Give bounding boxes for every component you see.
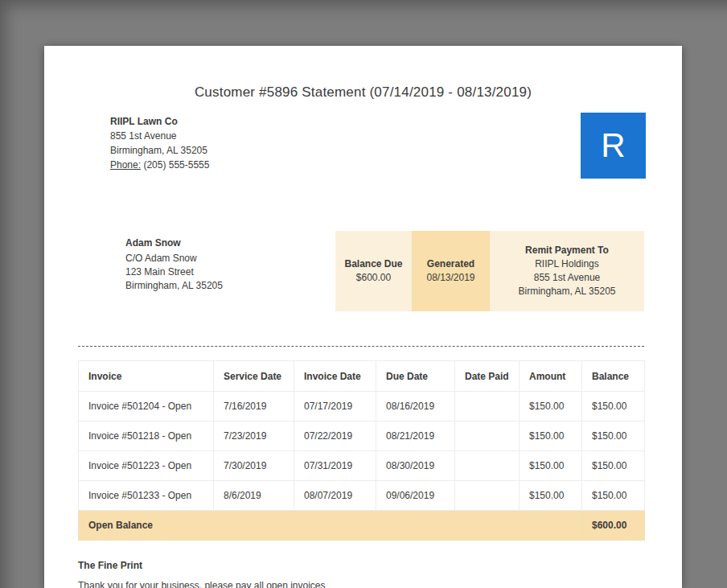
dashed-separator	[78, 346, 644, 347]
summary-boxes: Balance Due $600.00 Generated 08/13/2019…	[335, 231, 644, 311]
phone-label: Phone:	[110, 159, 141, 171]
cell-invoice: Invoice #501218 - Open	[79, 421, 214, 451]
table-row: Invoice #501218 - Open 7/23/2019 07/22/2…	[79, 421, 645, 451]
column-header-invoice-date: Invoice Date	[294, 361, 376, 392]
cell-invoice-date: 08/07/2019	[294, 481, 376, 511]
column-header-amount: Amount	[520, 361, 582, 392]
cell-due-date: 08/21/2019	[376, 421, 455, 451]
cell-service-date: 7/23/2019	[214, 421, 294, 451]
cell-balance: $150.00	[582, 481, 645, 511]
balance-due-label: Balance Due	[344, 257, 402, 271]
fine-print-text: Thank you for your business, please pay …	[78, 580, 326, 588]
remit-address2: Birmingham, AL 35205	[519, 285, 616, 298]
customer-info-block: Adam Snow C/O Adam Snow 123 Main Street …	[125, 236, 223, 293]
cell-date-paid	[455, 421, 520, 451]
company-address-line2: Birmingham, AL 35205	[110, 143, 209, 158]
column-header-due-date: Due Date	[376, 361, 455, 392]
cell-service-date: 7/16/2019	[214, 392, 294, 421]
cell-date-paid	[455, 481, 520, 511]
cell-invoice-date: 07/17/2019	[294, 392, 376, 421]
table-row: Invoice #501223 - Open 7/30/2019 07/31/2…	[79, 451, 645, 481]
customer-name: Adam Snow	[125, 236, 223, 250]
open-balance-value: $600.00	[582, 511, 645, 541]
remit-address1: 855 1st Avenue	[534, 271, 601, 285]
cell-due-date: 08/30/2019	[376, 451, 455, 481]
invoice-table: Invoice Service Date Invoice Date Due Da…	[78, 360, 645, 541]
customer-care-of: C/O Adam Snow	[125, 252, 223, 265]
cell-due-date: 08/16/2019	[376, 392, 455, 421]
cell-invoice: Invoice #501233 - Open	[79, 481, 214, 511]
open-balance-row: Open Balance $600.00	[79, 511, 645, 541]
cell-date-paid	[455, 451, 520, 481]
table-header-row: Invoice Service Date Invoice Date Due Da…	[79, 361, 645, 392]
remit-name: RIIPL Holdings	[535, 257, 599, 271]
cell-amount: $150.00	[520, 451, 582, 481]
cell-service-date: 7/30/2019	[214, 451, 294, 481]
cell-amount: $150.00	[520, 392, 582, 421]
cell-service-date: 8/6/2019	[214, 481, 294, 511]
cell-date-paid	[455, 392, 520, 421]
cell-invoice: Invoice #501223 - Open	[79, 451, 214, 481]
cell-balance: $150.00	[582, 392, 645, 421]
cell-invoice: Invoice #501204 - Open	[79, 392, 214, 421]
customer-street: 123 Main Street	[125, 265, 223, 279]
column-header-service-date: Service Date	[214, 361, 294, 392]
table-row: Invoice #501204 - Open 7/16/2019 07/17/2…	[79, 392, 645, 421]
table-row: Invoice #501233 - Open 8/6/2019 08/07/20…	[79, 481, 645, 511]
balance-due-box: Balance Due $600.00	[335, 231, 412, 311]
open-balance-label: Open Balance	[79, 511, 582, 541]
generated-label: Generated	[427, 257, 474, 271]
balance-due-value: $600.00	[356, 271, 391, 285]
column-header-invoice: Invoice	[79, 361, 214, 392]
phone-number: (205) 555-5555	[143, 159, 209, 171]
company-address-line1: 855 1st Avenue	[110, 129, 209, 143]
generated-box: Generated 08/13/2019	[412, 231, 490, 311]
generated-value: 08/13/2019	[426, 271, 474, 285]
cell-balance: $150.00	[582, 421, 645, 451]
statement-document: Customer #5896 Statement (07/14/2019 - 0…	[44, 46, 682, 588]
remit-payment-box: Remit Payment To RIIPL Holdings 855 1st …	[490, 231, 644, 311]
cell-balance: $150.00	[582, 451, 645, 481]
cell-invoice-date: 07/31/2019	[294, 451, 376, 481]
company-phone-line: Phone: (205) 555-5555	[110, 158, 209, 172]
cell-amount: $150.00	[520, 481, 582, 511]
company-info-block: RIIPL Lawn Co 855 1st Avenue Birmingham,…	[110, 114, 209, 172]
company-logo: R	[581, 113, 646, 179]
column-header-date-paid: Date Paid	[455, 361, 520, 392]
logo-letter: R	[601, 126, 625, 165]
customer-city: Birmingham, AL 35205	[125, 279, 223, 293]
page-title: Customer #5896 Statement (07/14/2019 - 0…	[44, 84, 682, 101]
cell-invoice-date: 07/22/2019	[294, 421, 376, 451]
remit-label: Remit Payment To	[525, 244, 609, 257]
column-header-balance: Balance	[582, 361, 645, 392]
cell-amount: $150.00	[520, 421, 582, 451]
company-name: RIIPL Lawn Co	[110, 114, 209, 129]
cell-due-date: 09/06/2019	[376, 481, 455, 511]
viewer-background: Customer #5896 Statement (07/14/2019 - 0…	[0, 0, 727, 588]
fine-print-heading: The Fine Print	[78, 560, 142, 571]
